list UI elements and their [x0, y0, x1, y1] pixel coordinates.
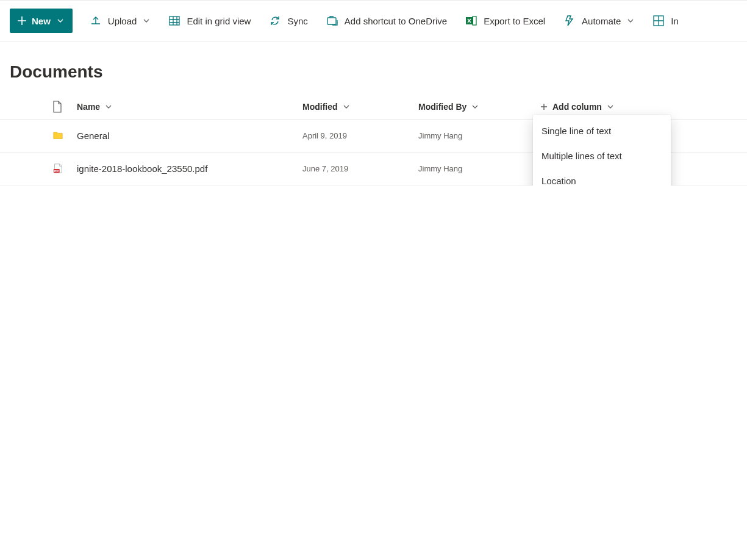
item-modified: April 9, 2019 [302, 131, 347, 140]
edit-grid-button[interactable]: Edit in grid view [167, 11, 252, 31]
new-button-label: New [32, 16, 51, 26]
chevron-down-icon [57, 17, 64, 24]
chevron-down-icon [607, 103, 614, 110]
excel-icon [465, 15, 477, 27]
add-shortcut-button[interactable]: Add shortcut to OneDrive [325, 11, 448, 31]
add-column-menu-item[interactable]: Multiple lines of text [533, 143, 671, 168]
svg-rect-1 [327, 18, 336, 24]
item-modified: June 7, 2019 [302, 164, 348, 173]
column-modified-by-label: Modified By [418, 102, 466, 112]
upload-button[interactable]: Upload [88, 11, 152, 31]
add-shortcut-label: Add shortcut to OneDrive [345, 16, 447, 26]
sync-label: Sync [287, 16, 307, 26]
chevron-down-icon [343, 103, 350, 110]
chevron-down-icon [143, 17, 150, 24]
command-bar: New Upload Edit in grid view Sync Add sh… [0, 0, 747, 41]
add-column-label: Add column [552, 102, 602, 112]
export-excel-label: Export to Excel [484, 16, 545, 26]
svg-text:PDF: PDF [54, 169, 59, 172]
shortcut-icon [326, 15, 338, 27]
automate-button[interactable]: Automate [562, 11, 635, 31]
column-modified-label: Modified [302, 102, 338, 112]
chevron-down-icon [471, 103, 479, 110]
column-name-label: Name [77, 102, 100, 112]
chevron-down-icon [105, 103, 112, 110]
add-column-menu-item[interactable]: Location [533, 168, 671, 185]
export-excel-button[interactable]: Export to Excel [464, 11, 546, 31]
folder-icon [52, 130, 63, 142]
upload-label: Upload [108, 16, 137, 26]
column-name[interactable]: Name [73, 102, 299, 112]
library-title: Documents [0, 41, 747, 88]
plus-icon [17, 16, 27, 26]
integrate-button[interactable]: In [651, 11, 680, 31]
edit-grid-label: Edit in grid view [187, 16, 251, 26]
automate-label: Automate [582, 16, 621, 26]
column-type-icon[interactable] [49, 101, 73, 113]
integrate-icon [652, 15, 665, 27]
chevron-down-icon [627, 17, 634, 24]
document-list: Name Modified Modified By Add column [0, 88, 747, 185]
item-modified-by: Jimmy Hang [418, 131, 462, 140]
add-column-menu-item[interactable]: Single line of text [533, 118, 671, 143]
upload-icon [90, 15, 102, 27]
grid-icon [168, 15, 180, 27]
sync-button[interactable]: Sync [268, 11, 309, 31]
item-name[interactable]: General [77, 131, 109, 141]
item-modified-by: Jimmy Hang [418, 164, 462, 173]
file-icon [52, 101, 62, 113]
column-add[interactable]: Add column [537, 102, 747, 112]
item-name[interactable]: ignite-2018-lookbook_23550.pdf [77, 163, 207, 174]
pdf-icon: PDF [52, 163, 63, 175]
add-column-menu: Single line of textMultiple lines of tex… [533, 115, 671, 185]
plus-icon [540, 103, 548, 110]
integrate-label: In [671, 16, 679, 26]
column-modified-by[interactable]: Modified By [415, 102, 537, 112]
automate-icon [563, 15, 576, 27]
sync-icon [269, 15, 281, 27]
column-modified[interactable]: Modified [299, 102, 415, 112]
svg-rect-0 [170, 16, 179, 25]
new-button[interactable]: New [10, 9, 73, 33]
